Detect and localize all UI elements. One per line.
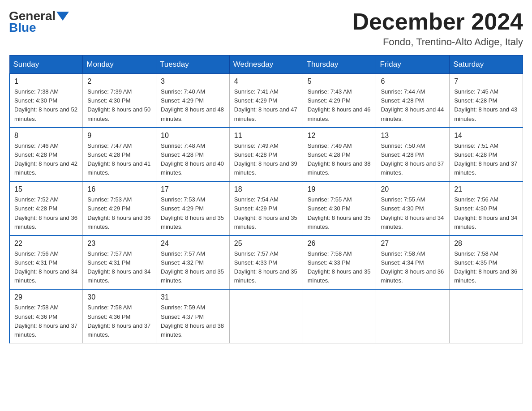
day-number: 11 (234, 132, 298, 140)
calendar-day-cell: 13 Sunrise: 7:50 AMSunset: 4:28 PMDaylig… (376, 128, 450, 182)
logo-blue-text: Blue (9, 21, 36, 35)
calendar-day-cell: 1 Sunrise: 7:38 AMSunset: 4:30 PMDayligh… (9, 74, 83, 128)
day-number: 4 (234, 77, 298, 86)
week-row-1: 1 Sunrise: 7:38 AMSunset: 4:30 PMDayligh… (9, 74, 523, 128)
day-info: Sunrise: 7:46 AMSunset: 4:28 PMDaylight:… (14, 142, 77, 176)
day-info: Sunrise: 7:58 AMSunset: 4:36 PMDaylight:… (14, 304, 77, 338)
header-wednesday: Wednesday (229, 56, 303, 74)
calendar-day-cell (450, 289, 523, 343)
day-info: Sunrise: 7:59 AMSunset: 4:37 PMDaylight:… (161, 304, 224, 338)
day-info: Sunrise: 7:55 AMSunset: 4:30 PMDaylight:… (381, 196, 444, 230)
day-info: Sunrise: 7:43 AMSunset: 4:29 PMDaylight:… (308, 88, 371, 122)
header-thursday: Thursday (303, 56, 376, 74)
header-saturday: Saturday (450, 56, 523, 74)
day-number: 14 (454, 132, 518, 140)
calendar-day-cell: 26 Sunrise: 7:58 AMSunset: 4:33 PMDaylig… (303, 235, 376, 290)
calendar-day-cell: 10 Sunrise: 7:48 AMSunset: 4:28 PMDaylig… (156, 128, 230, 182)
day-number: 1 (14, 77, 78, 86)
day-number: 19 (308, 185, 372, 193)
calendar-day-cell: 11 Sunrise: 7:49 AMSunset: 4:28 PMDaylig… (229, 128, 303, 182)
logo-icon (56, 12, 69, 21)
day-info: Sunrise: 7:54 AMSunset: 4:29 PMDaylight:… (234, 196, 297, 230)
day-number: 31 (161, 293, 225, 301)
day-info: Sunrise: 7:44 AMSunset: 4:28 PMDaylight:… (381, 88, 444, 122)
day-info: Sunrise: 7:53 AMSunset: 4:29 PMDaylight:… (161, 196, 224, 230)
day-info: Sunrise: 7:48 AMSunset: 4:28 PMDaylight:… (161, 142, 224, 176)
calendar-day-cell: 24 Sunrise: 7:57 AMSunset: 4:32 PMDaylig… (156, 235, 230, 290)
day-info: Sunrise: 7:53 AMSunset: 4:29 PMDaylight:… (87, 196, 150, 230)
calendar-day-cell: 12 Sunrise: 7:49 AMSunset: 4:28 PMDaylig… (303, 128, 376, 182)
day-number: 23 (87, 240, 151, 248)
day-info: Sunrise: 7:57 AMSunset: 4:33 PMDaylight:… (234, 250, 297, 284)
day-info: Sunrise: 7:41 AMSunset: 4:29 PMDaylight:… (234, 88, 297, 122)
day-info: Sunrise: 7:50 AMSunset: 4:28 PMDaylight:… (381, 142, 444, 176)
calendar-day-cell: 22 Sunrise: 7:56 AMSunset: 4:31 PMDaylig… (9, 235, 83, 290)
calendar-day-cell: 14 Sunrise: 7:51 AMSunset: 4:28 PMDaylig… (450, 128, 523, 182)
header-tuesday: Tuesday (156, 56, 230, 74)
calendar-day-cell: 2 Sunrise: 7:39 AMSunset: 4:30 PMDayligh… (83, 74, 156, 128)
day-info: Sunrise: 7:47 AMSunset: 4:28 PMDaylight:… (87, 142, 150, 176)
day-number: 25 (234, 240, 298, 248)
header-sunday: Sunday (9, 56, 83, 74)
day-info: Sunrise: 7:49 AMSunset: 4:28 PMDaylight:… (234, 142, 297, 176)
day-number: 16 (87, 185, 151, 193)
day-info: Sunrise: 7:58 AMSunset: 4:34 PMDaylight:… (381, 250, 444, 284)
day-number: 5 (308, 77, 372, 86)
day-info: Sunrise: 7:52 AMSunset: 4:28 PMDaylight:… (14, 196, 77, 230)
logo: General Blue (9, 9, 70, 35)
day-number: 7 (454, 77, 518, 86)
day-info: Sunrise: 7:58 AMSunset: 4:33 PMDaylight:… (308, 250, 371, 284)
day-info: Sunrise: 7:55 AMSunset: 4:30 PMDaylight:… (308, 196, 371, 230)
page-header: General Blue December 2024 Fondo, Trenti… (9, 9, 523, 48)
calendar-day-cell: 3 Sunrise: 7:40 AMSunset: 4:29 PMDayligh… (156, 74, 230, 128)
day-number: 3 (161, 77, 225, 86)
header-friday: Friday (376, 56, 450, 74)
calendar-day-cell: 27 Sunrise: 7:58 AMSunset: 4:34 PMDaylig… (376, 235, 450, 290)
day-info: Sunrise: 7:56 AMSunset: 4:30 PMDaylight:… (454, 196, 517, 230)
day-number: 8 (14, 132, 78, 140)
day-number: 21 (454, 185, 518, 193)
calendar-day-cell (229, 289, 303, 343)
day-number: 2 (87, 77, 151, 86)
weekday-header-row: Sunday Monday Tuesday Wednesday Thursday… (9, 56, 523, 74)
header-monday: Monday (83, 56, 156, 74)
week-row-5: 29 Sunrise: 7:58 AMSunset: 4:36 PMDaylig… (9, 289, 523, 343)
day-info: Sunrise: 7:39 AMSunset: 4:30 PMDaylight:… (87, 88, 150, 122)
day-number: 30 (87, 293, 151, 301)
day-number: 20 (381, 185, 445, 193)
day-info: Sunrise: 7:58 AMSunset: 4:35 PMDaylight:… (454, 250, 517, 284)
calendar-day-cell: 4 Sunrise: 7:41 AMSunset: 4:29 PMDayligh… (229, 74, 303, 128)
calendar-day-cell: 18 Sunrise: 7:54 AMSunset: 4:29 PMDaylig… (229, 181, 303, 235)
day-info: Sunrise: 7:56 AMSunset: 4:31 PMDaylight:… (14, 250, 77, 284)
calendar-day-cell: 6 Sunrise: 7:44 AMSunset: 4:28 PMDayligh… (376, 74, 450, 128)
day-number: 28 (454, 240, 518, 248)
calendar-day-cell: 8 Sunrise: 7:46 AMSunset: 4:28 PMDayligh… (9, 128, 83, 182)
location-title: Fondo, Trentino-Alto Adige, Italy (352, 36, 523, 48)
calendar-day-cell: 25 Sunrise: 7:57 AMSunset: 4:33 PMDaylig… (229, 235, 303, 290)
day-number: 18 (234, 185, 298, 193)
calendar-day-cell: 9 Sunrise: 7:47 AMSunset: 4:28 PMDayligh… (83, 128, 156, 182)
day-info: Sunrise: 7:57 AMSunset: 4:31 PMDaylight:… (87, 250, 150, 284)
day-number: 12 (308, 132, 372, 140)
calendar-day-cell: 29 Sunrise: 7:58 AMSunset: 4:36 PMDaylig… (9, 289, 83, 343)
day-info: Sunrise: 7:45 AMSunset: 4:28 PMDaylight:… (454, 88, 517, 122)
week-row-2: 8 Sunrise: 7:46 AMSunset: 4:28 PMDayligh… (9, 128, 523, 182)
day-info: Sunrise: 7:38 AMSunset: 4:30 PMDaylight:… (14, 88, 77, 122)
day-number: 24 (161, 240, 225, 248)
calendar-day-cell: 23 Sunrise: 7:57 AMSunset: 4:31 PMDaylig… (83, 235, 156, 290)
calendar-day-cell: 31 Sunrise: 7:59 AMSunset: 4:37 PMDaylig… (156, 289, 230, 343)
day-number: 22 (14, 240, 78, 248)
calendar-day-cell: 7 Sunrise: 7:45 AMSunset: 4:28 PMDayligh… (450, 74, 523, 128)
calendar-day-cell (303, 289, 376, 343)
day-info: Sunrise: 7:40 AMSunset: 4:29 PMDaylight:… (161, 88, 224, 122)
day-number: 13 (381, 132, 445, 140)
day-number: 29 (14, 293, 78, 301)
calendar-day-cell: 5 Sunrise: 7:43 AMSunset: 4:29 PMDayligh… (303, 74, 376, 128)
week-row-4: 22 Sunrise: 7:56 AMSunset: 4:31 PMDaylig… (9, 235, 523, 290)
day-number: 9 (87, 132, 151, 140)
calendar-day-cell: 20 Sunrise: 7:55 AMSunset: 4:30 PMDaylig… (376, 181, 450, 235)
calendar-title-area: December 2024 Fondo, Trentino-Alto Adige… (352, 9, 523, 48)
calendar-day-cell (376, 289, 450, 343)
month-title: December 2024 (352, 9, 523, 34)
day-info: Sunrise: 7:58 AMSunset: 4:36 PMDaylight:… (87, 304, 150, 338)
